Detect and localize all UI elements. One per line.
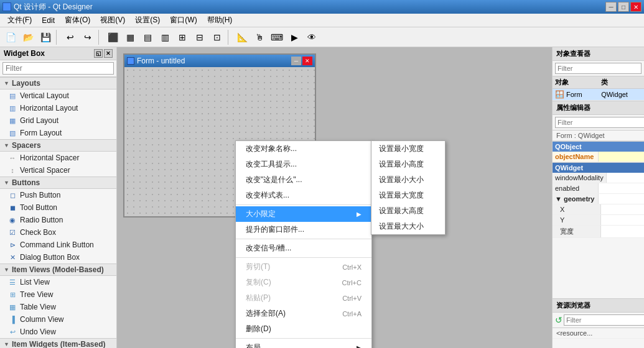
ctx-size-constraint[interactable]: 大小限定 ▶	[236, 206, 371, 222]
menu-help[interactable]: 帮助(H)	[202, 14, 238, 27]
widget-command-link-button[interactable]: ⊳ Command Link Button	[0, 239, 116, 251]
undo-view-label: Undo View	[20, 327, 56, 336]
toolbar-save[interactable]: 💾	[37, 29, 54, 45]
context-menu: 改变对象名称... 改变工具提示... 改变"这是什么"... 改变样式表...…	[235, 140, 372, 348]
widget-push-button[interactable]: ◻ Push Button	[0, 189, 116, 201]
widget-tree-view[interactable]: ⊞ Tree View	[0, 288, 116, 301]
widget-box-float-btn[interactable]: ◱	[94, 49, 103, 58]
form-min-btn[interactable]: ─	[291, 57, 301, 65]
prop-row-windowmodality[interactable]: windowModality	[553, 173, 644, 183]
prop-filter-input[interactable]	[555, 117, 644, 128]
widget-table-view[interactable]: ▦ Table View	[0, 301, 116, 313]
widget-list: ▼ Layouts ▤ Vertical Layout ▥ Horizontal…	[0, 77, 116, 348]
widget-tool-button[interactable]: ◼ Tool Button	[0, 201, 116, 214]
toolbar-preview[interactable]: ▶	[286, 29, 302, 45]
object-inspector: 对象查看器 对象 类 🪟Form QWidget	[553, 47, 644, 101]
sub-set-max-width[interactable]: 设置最大宽度	[371, 188, 445, 203]
ctx-change-name[interactable]: 改变对象名称...	[236, 141, 371, 157]
toolbar-layout3[interactable]: ▤	[139, 29, 156, 45]
close-button[interactable]: ✕	[630, 2, 642, 12]
sub-set-min-width[interactable]: 设置最小宽度	[371, 141, 445, 157]
category-buttons[interactable]: ▼ Buttons	[0, 176, 116, 189]
widget-box-close-btn[interactable]: ✕	[104, 49, 113, 58]
prop-row-width[interactable]: 宽度	[553, 226, 644, 238]
toolbar-redo[interactable]: ↪	[80, 29, 96, 45]
ctx-paste[interactable]: 粘贴(P) Ctrl+V	[236, 290, 371, 306]
list-view-icon: ☰	[7, 277, 17, 287]
prop-row-objectname[interactable]: objectName	[553, 152, 644, 162]
menu-file[interactable]: 文件(F)	[2, 14, 37, 27]
widget-vertical-spacer[interactable]: ↕ Vertical Spacer	[0, 164, 116, 176]
widget-form-layout[interactable]: ▧ Form Layout	[0, 127, 116, 139]
toolbar-undo[interactable]: ↩	[62, 29, 78, 45]
toolbar-layout6[interactable]: ⊟	[192, 29, 208, 45]
toolbar-layout2[interactable]: ▦	[122, 29, 138, 45]
ctx-promote-widget[interactable]: 提升的窗口部件...	[236, 222, 371, 237]
vertical-layout-icon: ▤	[7, 91, 17, 101]
ctx-change-whatsthis-label: 改变"这是什么"...	[246, 175, 302, 185]
ctx-change-stylesheet[interactable]: 改变样式表...	[236, 188, 371, 203]
sub-set-max-height[interactable]: 设置最大高度	[371, 203, 445, 219]
toolbar-layout1[interactable]: ⬛	[105, 29, 121, 45]
widget-horizontal-layout[interactable]: ▥ Horizontal Layout	[0, 102, 116, 114]
widget-undo-view[interactable]: ↩ Undo View	[0, 326, 116, 338]
ctx-copy[interactable]: 复制(C) Ctrl+C	[236, 275, 371, 290]
toolbar-layout7[interactable]: ⊡	[209, 29, 225, 45]
widget-grid-layout[interactable]: ▦ Grid Layout	[0, 114, 116, 127]
toolbar-taborder[interactable]: ⌨	[269, 29, 285, 45]
prop-row-x[interactable]: X	[553, 204, 644, 215]
toolbar-pointer[interactable]: 🖱	[251, 29, 268, 45]
category-spacers[interactable]: ▼ Spacers	[0, 139, 116, 152]
toolbar-view[interactable]: 👁	[304, 29, 320, 45]
menu-edit[interactable]: Edit	[37, 14, 60, 27]
canvas-area[interactable]: Form - untitled ─ ✕ 改变对象名称... 改变工具提示... …	[117, 47, 552, 348]
category-layouts[interactable]: ▼ Layouts	[0, 77, 116, 89]
ctx-layout[interactable]: 布局 ▶	[236, 340, 371, 348]
res-filter-input[interactable]	[564, 314, 644, 326]
right-panels: 对象查看器 对象 类 🪟Form QWidget	[552, 47, 644, 348]
widget-dialog-button-box[interactable]: ✕ Dialog Button Box	[0, 251, 116, 263]
sub-set-min-size[interactable]: 设置最小大小	[371, 172, 445, 188]
toolbar-new[interactable]: 📄	[2, 29, 19, 45]
widget-vertical-layout[interactable]: ▤ Vertical Layout	[0, 89, 116, 102]
toolbar-adjust[interactable]: 📐	[234, 29, 250, 45]
prop-row-y[interactable]: Y	[553, 215, 644, 226]
menu-form[interactable]: 窗体(O)	[60, 14, 95, 27]
maximize-button[interactable]: □	[618, 2, 629, 12]
menu-window[interactable]: 窗口(W)	[165, 14, 202, 27]
widget-check-box[interactable]: ☑ Check Box	[0, 226, 116, 239]
prop-form-label: Form : QWidget	[553, 130, 644, 141]
prop-row-enabled[interactable]: enabled	[553, 183, 644, 194]
ctx-change-whatsthis[interactable]: 改变"这是什么"...	[236, 172, 371, 188]
menu-settings[interactable]: 设置(S)	[130, 14, 165, 27]
toolbar-open[interactable]: 📂	[20, 29, 36, 45]
tool-button-icon: ◼	[7, 203, 17, 213]
ctx-change-signals[interactable]: 改变信号/槽...	[236, 240, 371, 256]
ctx-change-tooltip[interactable]: 改变工具提示...	[236, 157, 371, 172]
obj-row-form[interactable]: 🪟Form QWidget	[553, 89, 644, 101]
toolbar-layout5[interactable]: ⊞	[174, 29, 190, 45]
form-close-btn[interactable]: ✕	[302, 57, 312, 65]
ctx-delete[interactable]: 删除(D)	[236, 321, 371, 337]
minimize-button[interactable]: ─	[605, 2, 617, 12]
res-refresh-icon[interactable]: ↺	[555, 315, 562, 325]
prop-row-geometry[interactable]: ▼ geometry	[553, 194, 644, 204]
category-item-widgets[interactable]: ▼ Item Widgets (Item-Based)	[0, 338, 116, 348]
widget-list-view[interactable]: ☰ List View	[0, 276, 116, 288]
ctx-select-all[interactable]: 选择全部(A) Ctrl+A	[236, 306, 371, 321]
widget-box-title: Widget Box	[4, 49, 45, 58]
widget-box-filter-input[interactable]	[2, 62, 114, 75]
ctx-change-tooltip-label: 改变工具提示...	[246, 159, 297, 170]
prop-width-val	[601, 226, 644, 237]
menu-view[interactable]: 视图(V)	[95, 14, 130, 27]
sub-set-min-height[interactable]: 设置最小高度	[371, 157, 445, 172]
toolbar-layout4[interactable]: ▥	[157, 29, 173, 45]
category-item-views[interactable]: ▼ Item Views (Model-Based)	[0, 263, 116, 276]
ctx-cut[interactable]: 剪切(T) Ctrl+X	[236, 259, 371, 275]
widget-column-view[interactable]: ▐ Column View	[0, 313, 116, 326]
widget-horizontal-spacer[interactable]: ↔ Horizontal Spacer	[0, 152, 116, 164]
obj-col-object: 对象	[553, 76, 599, 89]
obj-filter-input[interactable]	[555, 63, 642, 74]
widget-radio-button[interactable]: ◉ Radio Button	[0, 214, 116, 226]
sub-set-max-size[interactable]: 设置最大大小	[371, 219, 445, 234]
